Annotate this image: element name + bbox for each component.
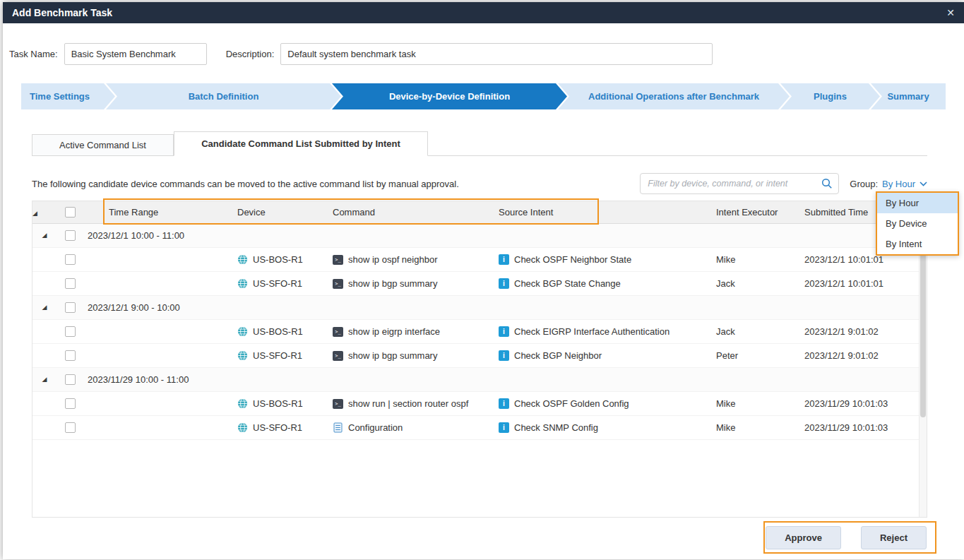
row-checkbox[interactable] [65,326,76,337]
intro-row: The following candidate device commands … [32,172,927,195]
group-row: ◢ 2023/12/1 10:00 - 11:00 [32,224,927,248]
description-input[interactable] [280,43,713,65]
group-row: ◢ 2023/11/29 10:00 - 11:00 [32,368,927,392]
collapse-group-icon[interactable]: ◢ [42,376,47,383]
wizard-step-device-by-device-definition[interactable]: Device-by-Device Definition [332,83,567,109]
command-row[interactable]: US-BOS-R1 >_show ip ospf neighbor iCheck… [32,248,927,272]
wizard-step-summary[interactable]: Summary [871,83,946,109]
group-row: ◢ 2023/12/1 9:00 - 10:00 [32,296,927,320]
terminal-icon: >_ [333,327,343,337]
submitted-time: 2023/12/1 9:01:02 [800,326,927,337]
device-name: US-BOS-R1 [253,254,303,265]
select-all-checkbox[interactable] [65,207,76,218]
intent-executor: Mike [712,422,800,433]
group-by-value: By Hour [882,179,915,189]
description-label: Description: [226,49,275,59]
intent-badge-icon: i [499,278,509,289]
table-header-row: ◢ Time Range Device Command Source Inten… [32,201,927,224]
wizard-step-additional-operations-after-benchmark[interactable]: Additional Operations after Benchmark [558,83,790,109]
command-row[interactable]: US-BOS-R1 >_show run | section router os… [32,392,927,416]
collapse-group-icon[interactable]: ◢ [42,304,47,311]
intent-name: Check EIGRP Interface Authentication [514,326,670,337]
tab-bar: Active Command ListCandidate Command Lis… [32,131,927,156]
filter-box [640,173,839,194]
globe-icon [237,278,248,289]
dropdown-option-by-hour[interactable]: By Hour [877,193,958,213]
intent-name: Check SNMP Config [514,422,598,433]
intent-executor: Jack [712,278,800,289]
intent-badge-icon: i [499,350,509,361]
globe-icon [237,350,248,361]
row-checkbox[interactable] [65,278,76,289]
command-row[interactable]: US-SFO-R1 >_show ip bgp summary iCheck B… [32,272,927,296]
tab-active-command-list[interactable]: Active Command List [32,134,174,155]
wizard-step-plugins[interactable]: Plugins [780,83,880,109]
device-name: US-SFO-R1 [253,422,302,433]
dialog-title: Add Benchmark Task [12,7,112,18]
row-checkbox[interactable] [65,398,76,409]
col-header-time-range[interactable]: Time Range [83,207,233,218]
command-text: show run | section router ospf [348,398,468,409]
task-name-input[interactable] [64,43,207,65]
intent-name: Check BGP State Change [514,278,621,289]
col-header-source-intent[interactable]: Source Intent [494,207,712,218]
intent-executor: Jack [712,326,800,337]
intent-badge-icon: i [499,422,509,433]
group-time-range: 2023/12/1 10:00 - 11:00 [83,230,233,241]
intro-text: The following candidate device commands … [32,179,640,189]
device-name: US-SFO-R1 [253,350,302,361]
command-text: show ip ospf neighbor [348,254,437,265]
intent-name: Check BGP Neighbor [514,350,602,361]
device-name: US-SFO-R1 [253,278,302,289]
col-header-device[interactable]: Device [233,207,328,218]
footer-actions: Approve Reject [766,526,927,549]
intent-badge-icon: i [499,326,509,337]
dropdown-option-by-device[interactable]: By Device [877,213,958,234]
group-time-range: 2023/11/29 10:00 - 11:00 [83,374,233,385]
wizard-stepper: Time SettingsBatch DefinitionDevice-by-D… [21,83,946,109]
group-by-label: Group: [850,179,878,189]
globe-icon [237,422,248,433]
close-icon[interactable]: ✕ [946,7,955,18]
command-text: show ip bgp summary [348,350,437,361]
task-form-row: Task Name: Description: [9,42,958,65]
reject-button[interactable]: Reject [861,526,927,549]
group-time-range: 2023/12/1 9:00 - 10:00 [83,302,233,313]
table-body: ◢ 2023/12/1 10:00 - 11:00 US-BOS-R1 >_sh… [32,224,927,440]
row-checkbox[interactable] [65,422,76,433]
collapse-all-icon[interactable]: ◢ [32,210,37,217]
group-checkbox[interactable] [65,374,76,385]
vertical-scrollbar[interactable] [919,224,927,517]
intent-executor: Peter [712,350,800,361]
col-header-command[interactable]: Command [328,207,494,218]
collapse-group-icon[interactable]: ◢ [42,232,47,239]
command-row[interactable]: US-SFO-R1 >_show ip bgp summary iCheck B… [32,344,927,368]
intent-badge-icon: i [499,398,509,409]
command-row[interactable]: US-SFO-R1 Configuration iCheck SNMP Conf… [32,416,927,440]
intent-badge-icon: i [499,254,509,265]
intent-name: Check OSPF Golden Config [514,398,629,409]
dialog-titlebar: Add Benchmark Task ✕ [3,2,964,23]
row-checkbox[interactable] [65,350,76,361]
approve-button[interactable]: Approve [766,526,841,549]
row-checkbox[interactable] [65,254,76,265]
intent-executor: Mike [712,254,800,265]
wizard-step-batch-definition[interactable]: Batch Definition [106,83,341,109]
command-text: Configuration [348,422,403,433]
search-icon[interactable] [821,178,833,189]
task-name-label: Task Name: [9,49,58,59]
submitted-time: 2023/11/29 10:01:03 [800,398,927,409]
intent-executor: Mike [712,398,800,409]
group-checkbox[interactable] [65,302,76,313]
tab-candidate-command-list-submitted-by-intent[interactable]: Candidate Command List Submitted by Inte… [174,131,428,156]
add-benchmark-task-dialog: Add Benchmark Task ✕ Task Name: Descript… [3,2,964,559]
group-by-dropdown-trigger[interactable]: By Hour [882,179,927,189]
filter-input[interactable] [640,173,839,194]
device-name: US-BOS-R1 [253,398,303,409]
col-header-intent-executor[interactable]: Intent Executor [712,207,800,218]
submitted-time: 2023/11/29 10:01:03 [800,422,927,433]
wizard-step-time-settings[interactable]: Time Settings [21,83,115,109]
command-row[interactable]: US-BOS-R1 >_show ip eigrp interface iChe… [32,320,927,344]
dropdown-option-by-intent[interactable]: By Intent [877,234,958,254]
group-checkbox[interactable] [65,230,76,241]
